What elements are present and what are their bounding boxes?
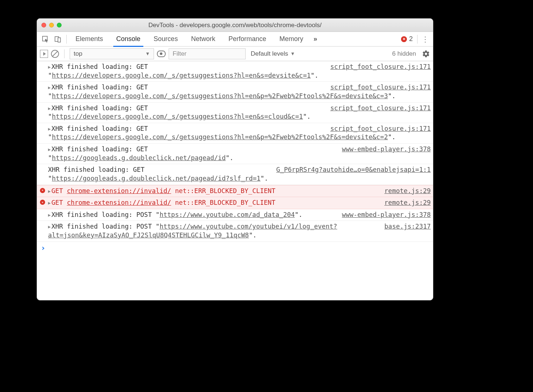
tab-sources[interactable]: Sources	[147, 32, 184, 47]
disclosure-triangle-icon[interactable]: ▶	[48, 85, 51, 90]
disclosure-triangle-icon[interactable]: ▶	[48, 224, 51, 230]
request-url[interactable]: https://www.youtube.com/ad_data_204	[159, 211, 295, 218]
source-link[interactable]: remote.js:29	[385, 187, 431, 196]
log-suffix: ".	[303, 113, 310, 120]
request-url[interactable]: https://developers.google.com/_s/getsugg…	[52, 133, 388, 141]
console-log-area: script_foot_closure.js:171▶XHR finished …	[37, 61, 433, 248]
disclosure-triangle-icon[interactable]: ▶	[48, 64, 51, 70]
log-levels-label: Default levels	[251, 50, 288, 58]
error-reason: net::ERR_BLOCKED_BY_CLIENT	[175, 187, 275, 195]
disclosure-triangle-icon[interactable]: ▶	[48, 212, 51, 218]
tab-performance[interactable]: Performance	[222, 32, 273, 47]
log-message: ▶XHR finished loading: GET "https://deve…	[48, 63, 319, 79]
zoom-window-button[interactable]	[57, 23, 62, 27]
error-count-badge[interactable]: 2	[399, 35, 415, 43]
devtools-window: DevTools - developers.google.com/web/too…	[37, 18, 433, 300]
console-log-row: www-embed-player.js:378▶XHR finished loa…	[37, 144, 433, 164]
tab-network[interactable]: Network	[184, 32, 222, 47]
minimize-window-button[interactable]	[49, 23, 54, 27]
source-link[interactable]: script_foot_closure.js:171	[330, 83, 431, 92]
inspect-element-icon[interactable]	[39, 34, 52, 45]
main-tabbar: Elements Console Sources Network Perform…	[37, 32, 433, 47]
chevron-down-icon: ▼	[145, 51, 150, 56]
svg-rect-2	[58, 38, 60, 42]
source-link[interactable]: remote.js:29	[385, 199, 431, 207]
request-url[interactable]: https://googleads.g.doubleclick.net/page…	[52, 154, 226, 162]
log-message: ▶GET chrome-extension://invalid/ net::ER…	[48, 187, 275, 195]
log-suffix: ".	[295, 211, 302, 218]
console-prompt[interactable]	[37, 242, 433, 248]
log-suffix: ".	[388, 92, 396, 100]
console-toolbar: top ▼ Default levels ▼ 6 hidden	[37, 47, 433, 61]
disclosure-triangle-icon[interactable]: ▶	[48, 106, 51, 111]
source-link[interactable]: G_P6rpRSr4g?autohide…o=0&enablejsapi=1:1	[276, 166, 431, 174]
log-message: ▶XHR finished loading: GET "https://deve…	[48, 104, 310, 121]
window-title: DevTools - developers.google.com/web/too…	[41, 22, 429, 29]
disclosure-triangle-icon[interactable]: ▶	[48, 126, 51, 132]
source-link[interactable]: www-embed-player.js:378	[342, 145, 431, 154]
log-suffix: ".	[226, 154, 234, 162]
tab-console[interactable]: Console	[110, 32, 147, 47]
console-settings-icon[interactable]	[422, 50, 430, 58]
source-link[interactable]: www-embed-player.js:378	[342, 211, 431, 219]
console-error-row: remote.js:29▶GET chrome-extension://inva…	[37, 185, 433, 197]
traffic-lights	[41, 23, 62, 27]
separator	[417, 35, 418, 44]
disclosure-triangle-icon[interactable]: ▶	[48, 188, 51, 194]
filter-input[interactable]	[169, 48, 246, 59]
log-suffix: ".	[388, 133, 396, 141]
live-expression-icon[interactable]	[157, 51, 166, 57]
show-console-sidebar-icon[interactable]	[40, 50, 48, 58]
console-log-row: script_foot_closure.js:171▶XHR finished …	[37, 61, 433, 82]
separator	[66, 35, 67, 44]
window-titlebar: DevTools - developers.google.com/web/too…	[37, 19, 433, 32]
console-error-row: remote.js:29▶GET chrome-extension://inva…	[37, 197, 433, 209]
source-link[interactable]: script_foot_closure.js:171	[330, 63, 431, 71]
context-selector-value: top	[74, 50, 82, 58]
http-method: GET	[51, 199, 67, 206]
separator	[64, 49, 65, 58]
request-url[interactable]: chrome-extension://invalid/	[67, 199, 171, 206]
console-log-row: G_P6rpRSr4g?autohide…o=0&enablejsapi=1:1…	[37, 164, 433, 185]
log-suffix: ".	[249, 232, 257, 239]
disclosure-triangle-icon[interactable]: ▶	[48, 147, 51, 152]
request-url[interactable]: chrome-extension://invalid/	[67, 187, 171, 195]
source-link[interactable]: script_foot_closure.js:171	[330, 125, 431, 133]
context-selector[interactable]: top ▼	[70, 48, 154, 59]
log-message: XHR finished loading: GET "https://googl…	[48, 166, 268, 182]
log-levels-selector[interactable]: Default levels ▼	[249, 50, 297, 58]
tab-memory[interactable]: Memory	[273, 32, 310, 47]
error-count-text: 2	[409, 35, 413, 43]
log-prefix: XHR finished loading: POST "	[51, 211, 159, 218]
log-message: ▶XHR finished loading: POST "https://www…	[48, 223, 337, 239]
request-url[interactable]: https://developers.google.com/_s/getsugg…	[52, 72, 311, 79]
error-icon	[40, 188, 45, 193]
tabs-overflow-button[interactable]: »	[310, 35, 321, 43]
device-toolbar-icon[interactable]	[52, 34, 64, 45]
log-suffix: ".	[261, 175, 268, 182]
log-message: ▶GET chrome-extension://invalid/ net::ER…	[48, 199, 275, 206]
log-message: ▶XHR finished loading: POST "https://www…	[48, 211, 302, 218]
log-prefix: XHR finished loading: POST "	[51, 223, 159, 230]
console-log-row: script_foot_closure.js:171▶XHR finished …	[37, 103, 433, 123]
source-link[interactable]: script_foot_closure.js:171	[330, 104, 431, 113]
console-log-row: www-embed-player.js:378▶XHR finished loa…	[37, 209, 433, 221]
source-link[interactable]: base.js:2317	[385, 222, 431, 231]
hidden-count: 6 hidden	[389, 50, 419, 58]
tab-elements[interactable]: Elements	[69, 32, 110, 47]
log-suffix: ".	[310, 72, 318, 79]
disclosure-triangle-icon[interactable]: ▶	[48, 200, 51, 206]
close-window-button[interactable]	[41, 23, 46, 27]
more-options-button[interactable]: ⋮	[420, 35, 431, 44]
chevron-down-icon: ▼	[290, 51, 295, 56]
http-method: GET	[51, 187, 67, 195]
request-url[interactable]: https://developers.google.com/_s/getsugg…	[52, 113, 303, 120]
error-icon	[40, 200, 45, 205]
clear-console-icon[interactable]	[51, 50, 59, 58]
error-icon	[401, 36, 407, 42]
request-url[interactable]: https://googleads.g.doubleclick.net/page…	[52, 175, 261, 182]
console-log-row: base.js:2317▶XHR finished loading: POST …	[37, 221, 433, 241]
console-log-row: script_foot_closure.js:171▶XHR finished …	[37, 82, 433, 102]
console-log-row: script_foot_closure.js:171▶XHR finished …	[37, 123, 433, 144]
request-url[interactable]: https://developers.google.com/_s/getsugg…	[52, 92, 388, 100]
